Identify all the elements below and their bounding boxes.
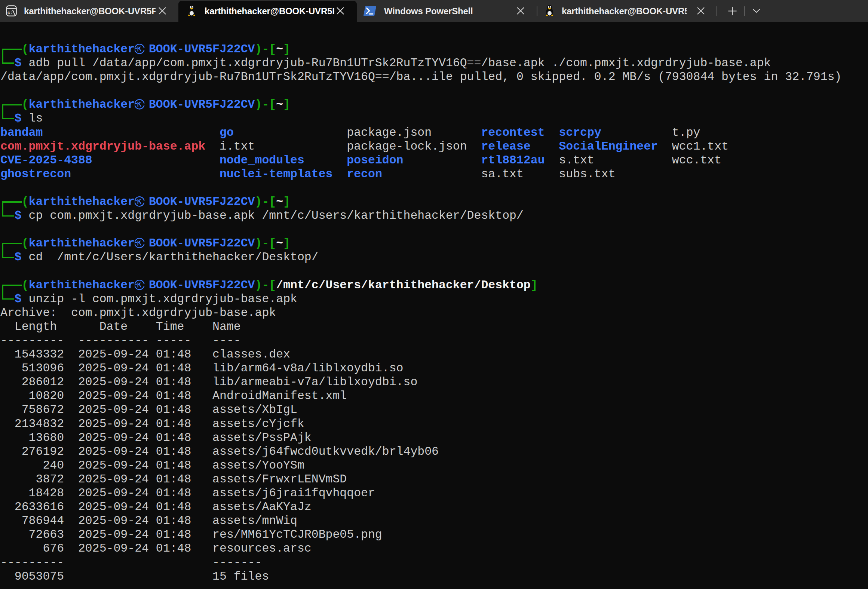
svg-text:c:: c: [7, 10, 13, 16]
